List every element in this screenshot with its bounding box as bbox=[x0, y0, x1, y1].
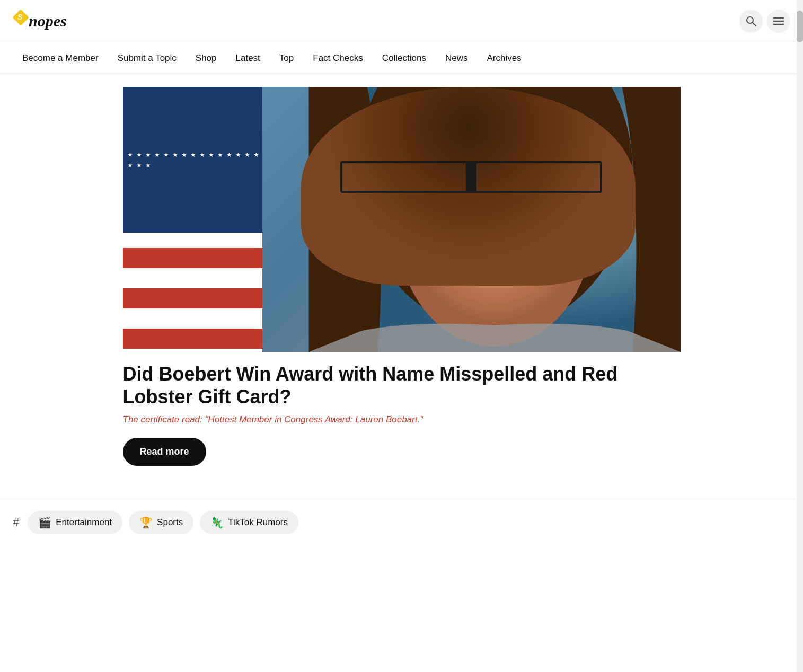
nav-item-collections[interactable]: Collections bbox=[373, 42, 436, 74]
tag-sports[interactable]: 🏆 Sports bbox=[129, 511, 193, 534]
logo[interactable]: S nopes bbox=[13, 6, 71, 36]
nav-item-shop[interactable]: Shop bbox=[186, 42, 226, 74]
nav-item-become-member[interactable]: Become a Member bbox=[13, 42, 108, 74]
nav-item-submit-topic[interactable]: Submit a Topic bbox=[108, 42, 186, 74]
hero-image-container: ★★★★★ ★★★★★ ★★★★★ ★★★★★ ★★★★★ ★★★★★ bbox=[123, 87, 681, 352]
nav-item-news[interactable]: News bbox=[436, 42, 478, 74]
hash-icon: # bbox=[13, 516, 19, 529]
tag-tiktok-rumors[interactable]: 🦎 TikTok Rumors bbox=[200, 511, 298, 534]
svg-text:S: S bbox=[17, 13, 23, 21]
svg-point-3 bbox=[747, 17, 753, 23]
person-glasses bbox=[340, 161, 602, 193]
header: S nopes bbox=[0, 0, 803, 42]
entertainment-label: Entertainment bbox=[56, 517, 112, 528]
search-button[interactable] bbox=[739, 10, 763, 33]
nav-item-top[interactable]: Top bbox=[270, 42, 303, 74]
article-subtitle: The certificate read: "Hottest Member in… bbox=[123, 414, 681, 425]
logo-svg: S nopes bbox=[13, 6, 71, 36]
sports-emoji: 🏆 bbox=[139, 516, 153, 529]
scrollbar-thumb[interactable] bbox=[797, 11, 803, 42]
main-nav: Become a Member Submit a Topic Shop Late… bbox=[0, 42, 803, 74]
scrollbar[interactable] bbox=[797, 0, 803, 545]
svg-line-4 bbox=[753, 23, 756, 26]
tags-section: # 🎬 Entertainment 🏆 Sports 🦎 TikTok Rumo… bbox=[0, 500, 803, 545]
tag-entertainment[interactable]: 🎬 Entertainment bbox=[28, 511, 122, 534]
nav-item-latest[interactable]: Latest bbox=[226, 42, 270, 74]
tiktok-emoji: 🦎 bbox=[210, 516, 224, 529]
hamburger-icon bbox=[773, 17, 784, 25]
nav-item-archives[interactable]: Archives bbox=[477, 42, 531, 74]
read-more-button[interactable]: Read more bbox=[123, 438, 206, 466]
header-actions bbox=[739, 10, 790, 33]
nav-item-fact-checks[interactable]: Fact Checks bbox=[303, 42, 372, 74]
tiktok-label: TikTok Rumors bbox=[228, 517, 288, 528]
svg-text:nopes: nopes bbox=[29, 12, 67, 30]
sports-label: Sports bbox=[157, 517, 183, 528]
article-title: Did Boebert Win Award with Name Misspell… bbox=[123, 362, 681, 408]
search-icon bbox=[746, 16, 756, 26]
menu-button[interactable] bbox=[767, 10, 790, 33]
main-content: ★★★★★ ★★★★★ ★★★★★ ★★★★★ ★★★★★ ★★★★★ bbox=[110, 74, 693, 479]
entertainment-emoji: 🎬 bbox=[38, 516, 51, 529]
hero-image: ★★★★★ ★★★★★ ★★★★★ ★★★★★ ★★★★★ ★★★★★ bbox=[123, 87, 681, 352]
